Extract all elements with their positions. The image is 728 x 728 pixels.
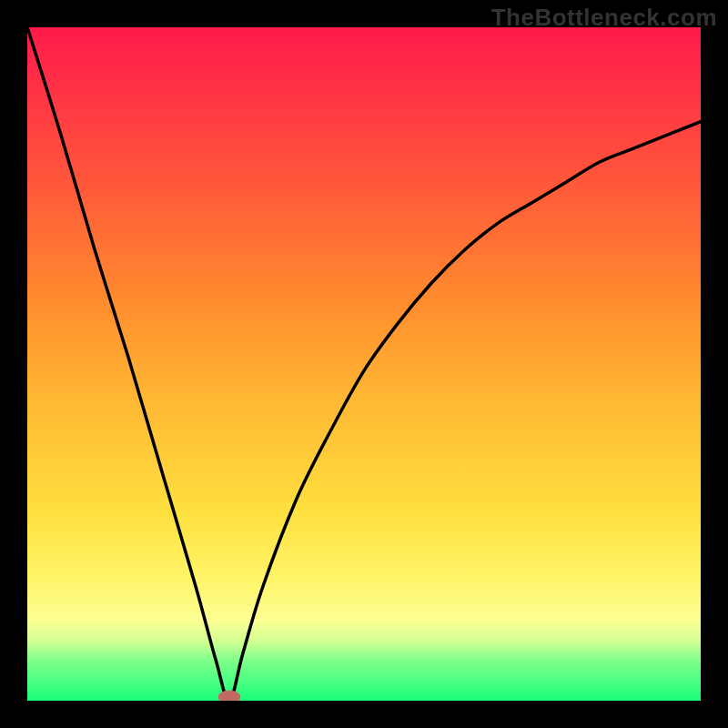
plot-area [27, 27, 701, 701]
bottleneck-curve-svg [27, 27, 701, 701]
watermark-text: TheBottleneck.com [491, 4, 717, 32]
bottleneck-curve-path [27, 27, 701, 701]
chart-frame: TheBottleneck.com [0, 0, 728, 728]
minimum-point-marker [218, 691, 240, 701]
